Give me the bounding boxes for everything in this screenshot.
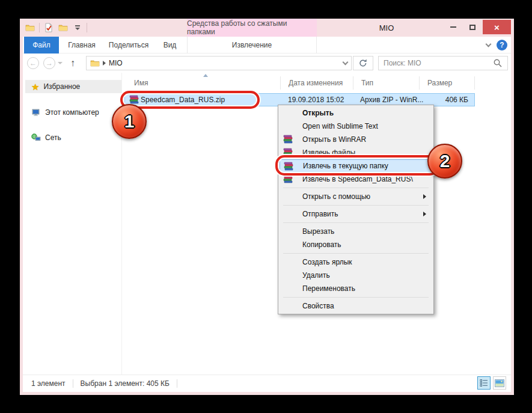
column-header-name[interactable]: Имя	[126, 76, 281, 90]
customize-toolbar-dropdown[interactable]	[72, 22, 83, 33]
details-view-button[interactable]	[477, 376, 491, 390]
ribbon-controls: ?	[486, 37, 507, 54]
column-header-type[interactable]: Тип	[353, 76, 420, 90]
navigation-toolbar: ← → ↑ MIO Поиск: MIO	[23, 54, 511, 73]
window-title: MIO	[347, 19, 426, 37]
new-folder-button[interactable]	[58, 22, 69, 33]
help-icon[interactable]: ?	[497, 40, 507, 50]
title-bar: Средства работы со сжатыми папками MIO ×	[20, 19, 514, 37]
context-menu-item-open-in-winrar[interactable]: Открыть в WinRAR	[280, 133, 432, 146]
menu-separator	[283, 297, 429, 298]
folder-icon	[90, 58, 100, 68]
tab-extract[interactable]: Извлечение	[187, 37, 317, 54]
context-menu-item-extract-to-current-folder[interactable]: Извлечь в текущую папку	[280, 159, 432, 173]
status-bar: 1 элемент Выбран 1 элемент: 405 КБ	[23, 375, 511, 392]
column-header-date[interactable]: Дата изменения	[281, 76, 353, 90]
minimize-ribbon-icon[interactable]	[486, 41, 492, 47]
contextual-tab-header: Средства работы со сжатыми папками	[187, 19, 317, 37]
context-menu: Открыть Open with Sublime Text Открыть в…	[278, 105, 434, 314]
minimize-icon	[450, 26, 456, 28]
forward-button[interactable]: →	[43, 57, 55, 69]
sidebar-item-favorites[interactable]: ★ Избранное	[25, 80, 121, 93]
star-icon: ★	[31, 82, 39, 91]
context-menu-item-open[interactable]: Открыть	[280, 106, 432, 120]
tab-view[interactable]: Вид	[153, 37, 187, 54]
context-menu-item-extract-files[interactable]: Извлечь файлы	[280, 146, 432, 159]
context-menu-item-properties[interactable]: Свойства	[280, 299, 432, 313]
divider	[87, 23, 87, 32]
divider	[177, 379, 177, 388]
ribbon-tab-bar: Файл Главная Поделиться Вид Извлечение ?	[23, 37, 511, 54]
menu-separator	[283, 188, 429, 188]
back-button[interactable]: ←	[27, 57, 39, 69]
context-menu-item-send-to[interactable]: Отправить	[280, 207, 432, 221]
submenu-arrow-icon	[423, 194, 426, 199]
file-date: 19.09.2018 15:02	[288, 96, 344, 104]
file-name: Speedcam_Data_RUS.zip	[141, 96, 225, 104]
context-menu-item-extract-to-folder[interactable]: Извлечь в Speedcam_Data_RUS\	[280, 173, 432, 186]
selection-info: Выбран 1 элемент: 405 КБ	[81, 379, 170, 388]
computer-icon	[31, 108, 41, 117]
contextual-tab-header-label: Средства работы со сжатыми папками	[187, 19, 317, 36]
tab-file[interactable]: Файл	[24, 37, 59, 54]
file-size: 406 КБ	[420, 96, 468, 104]
properties-button[interactable]	[43, 22, 54, 33]
annotation-step-2: 2	[427, 144, 462, 179]
search-icon[interactable]	[493, 58, 503, 68]
folder-icon[interactable]	[25, 22, 35, 33]
recent-locations-dropdown-icon[interactable]	[58, 62, 63, 64]
winrar-icon	[284, 162, 293, 173]
network-icon	[31, 133, 41, 142]
winrar-icon	[283, 174, 293, 186]
context-menu-item-create-shortcut[interactable]: Создать ярлык	[280, 255, 432, 269]
tab-share[interactable]: Поделиться	[105, 37, 153, 54]
close-button[interactable]: ×	[483, 20, 511, 34]
context-menu-item-open-with[interactable]: Открыть с помощью	[280, 190, 432, 203]
file-type: Архив ZIP - WinR...	[360, 96, 423, 104]
sort-ascending-icon	[203, 74, 208, 77]
quick-access-toolbar	[25, 20, 87, 35]
menu-separator	[283, 205, 429, 206]
annotation-step-1: 1	[112, 104, 147, 139]
up-icon: ↑	[70, 58, 75, 69]
back-icon: ←	[29, 59, 37, 67]
large-icons-view-button[interactable]	[493, 376, 506, 390]
view-switcher	[477, 376, 506, 390]
minimize-button[interactable]	[444, 20, 462, 34]
client-area: Файл Главная Поделиться Вид Извлечение ?…	[23, 37, 511, 392]
forward-icon: →	[46, 59, 53, 67]
divider	[39, 23, 40, 32]
maximize-button[interactable]	[463, 20, 482, 34]
up-button[interactable]: ↑	[67, 57, 79, 70]
tab-home[interactable]: Главная	[59, 37, 105, 54]
thumbnail-view-icon	[495, 379, 504, 387]
context-menu-item-cut[interactable]: Вырезать	[280, 225, 432, 238]
search-input[interactable]: Поиск: MIO	[378, 56, 508, 70]
close-icon: ×	[494, 22, 500, 32]
winrar-icon	[283, 148, 293, 159]
breadcrumb-arrow-icon	[103, 61, 106, 66]
divider	[73, 379, 73, 388]
address-bar[interactable]: MIO	[86, 56, 352, 70]
context-menu-item-open-with-sublime[interactable]: Open with Sublime Text	[280, 120, 432, 133]
submenu-arrow-icon	[423, 212, 426, 216]
menu-separator	[283, 253, 429, 254]
column-header-size[interactable]: Размер	[420, 76, 475, 90]
maximize-icon	[469, 25, 475, 30]
refresh-button[interactable]	[353, 56, 373, 70]
refresh-icon	[358, 58, 368, 68]
explorer-window: Средства работы со сжатыми папками MIO ×…	[20, 19, 514, 395]
winrar-icon	[283, 135, 293, 146]
address-dropdown-icon[interactable]	[343, 59, 349, 65]
items-count: 1 элемент	[31, 379, 66, 388]
menu-separator	[283, 222, 429, 223]
context-menu-item-delete[interactable]: Удалить	[280, 269, 432, 282]
search-placeholder: Поиск: MIO	[384, 59, 421, 67]
context-menu-item-copy[interactable]: Копировать	[280, 238, 432, 251]
details-view-icon	[480, 379, 488, 387]
sidebar-item-this-pc[interactable]: Этот компьютер	[25, 106, 121, 119]
sidebar-item-network[interactable]: Сеть	[25, 131, 121, 144]
context-menu-item-rename[interactable]: Переименовать	[280, 282, 432, 295]
breadcrumb[interactable]: MIO	[109, 59, 123, 67]
